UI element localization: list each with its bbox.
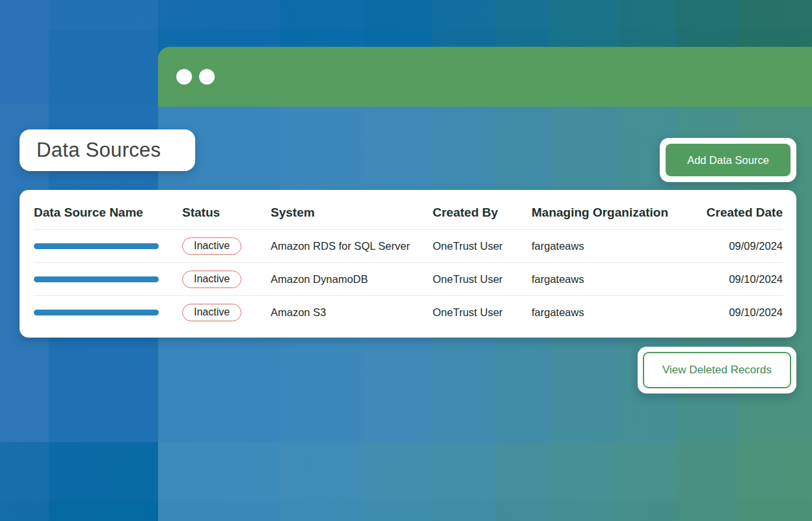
add-data-source-card: Add Data Source xyxy=(660,138,796,182)
redacted-name-bar xyxy=(34,310,159,315)
column-header-status: Status xyxy=(182,206,271,220)
column-header-created-date: Created Date xyxy=(695,206,783,220)
column-header-created-by: Created By xyxy=(433,206,532,220)
redacted-name-bar xyxy=(34,276,159,282)
status-badge: Inactive xyxy=(182,237,241,255)
window-title-bar xyxy=(158,47,812,107)
cell-system: Amazon DynamoDB xyxy=(271,273,433,286)
add-data-source-button[interactable]: Add Data Source xyxy=(666,144,791,176)
table-row[interactable]: Inactive Amazon DynamoDB OneTrust User f… xyxy=(34,263,783,296)
data-sources-table: Data Source Name Status System Created B… xyxy=(20,190,796,338)
cell-managing-organization: fargateaws xyxy=(532,306,695,319)
redacted-name-bar xyxy=(34,243,159,249)
window-control-dot[interactable] xyxy=(176,69,192,85)
view-deleted-records-button[interactable]: View Deleted Records xyxy=(643,352,791,388)
cell-created-by: OneTrust User xyxy=(433,273,532,286)
table-row[interactable]: Inactive Amazon S3 OneTrust User fargate… xyxy=(34,296,783,329)
status-badge: Inactive xyxy=(182,271,241,288)
column-header-data-source-name: Data Source Name xyxy=(34,206,182,220)
column-header-system: System xyxy=(271,206,433,220)
page-title-card: Data Sources xyxy=(20,129,195,171)
cell-created-by: OneTrust User xyxy=(433,240,532,252)
cell-managing-organization: fargateaws xyxy=(532,240,695,252)
column-header-managing-organization: Managing Organization xyxy=(532,206,695,220)
cell-managing-organization: fargateaws xyxy=(532,273,695,286)
page-title: Data Sources xyxy=(36,139,161,162)
cell-system: Amazon RDS for SQL Server xyxy=(271,240,433,252)
cell-created-date: 09/09/2024 xyxy=(695,240,783,252)
page-background: Data Sources Add Data Source Data Source… xyxy=(0,0,812,521)
window-control-dot[interactable] xyxy=(199,69,215,85)
table-header-row: Data Source Name Status System Created B… xyxy=(34,190,783,230)
cell-system: Amazon S3 xyxy=(271,306,433,319)
cell-created-date: 09/10/2024 xyxy=(695,306,783,319)
table-row[interactable]: Inactive Amazon RDS for SQL Server OneTr… xyxy=(34,230,783,263)
view-deleted-records-card: View Deleted Records xyxy=(638,347,796,394)
cell-created-by: OneTrust User xyxy=(433,306,532,319)
cell-created-date: 09/10/2024 xyxy=(695,273,783,286)
status-badge: Inactive xyxy=(182,304,241,321)
